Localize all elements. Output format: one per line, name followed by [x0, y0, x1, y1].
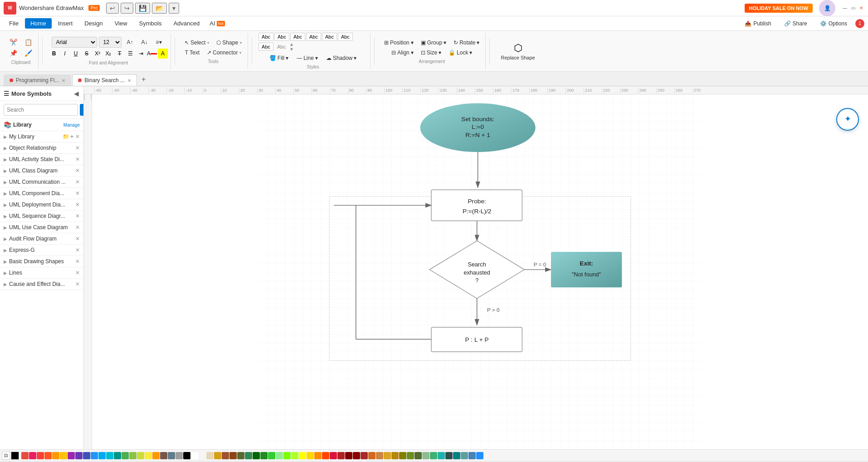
lib-item-close[interactable]: ✕ [75, 190, 80, 197]
underline-button[interactable]: U [71, 49, 81, 59]
menu-view[interactable]: View [109, 18, 133, 29]
paste-button[interactable]: 📌 [6, 48, 20, 58]
style-sample-3[interactable]: Abc [290, 33, 305, 41]
align-dropdown-button[interactable]: ≡▾ [153, 38, 165, 47]
color-swatch[interactable] [91, 452, 98, 459]
color-swatch[interactable] [253, 452, 260, 459]
fill-color-indicator[interactable]: ⊡ [2, 452, 10, 460]
color-swatch[interactable] [106, 452, 113, 459]
lib-item-close[interactable]: ✕ [75, 133, 80, 140]
color-swatch[interactable] [21, 452, 29, 459]
position-button[interactable]: ⊞ Position ▾ [381, 38, 417, 47]
strikethrough-button[interactable]: S [82, 49, 92, 59]
format-painter-button[interactable]: 🖌️ [21, 48, 35, 58]
menu-insert[interactable]: Insert [53, 18, 78, 29]
shadow-button[interactable]: ☁ Shadow ▾ [323, 54, 360, 63]
color-swatch[interactable] [337, 452, 345, 459]
lib-item-close[interactable]: ✕ [75, 258, 80, 265]
color-swatch[interactable] [137, 452, 144, 459]
library-item-audit[interactable]: ▶ Audit Flow Diagram ✕ [0, 233, 83, 245]
library-item-object-rel[interactable]: ▶ Object Relationship ✕ [0, 143, 83, 154]
color-swatch[interactable] [83, 452, 90, 459]
save-button[interactable]: 💾 [135, 3, 150, 14]
text-button[interactable]: T Text [182, 48, 203, 57]
color-swatch[interactable] [160, 452, 167, 459]
color-swatch[interactable] [476, 452, 483, 459]
tab-close-binary[interactable]: ✕ [127, 78, 131, 83]
color-swatch[interactable] [237, 452, 244, 459]
color-swatch[interactable] [206, 452, 214, 459]
color-swatch[interactable] [391, 452, 399, 459]
panel-collapse-button[interactable]: ◀ [73, 89, 80, 98]
manage-link[interactable]: Manage [63, 123, 80, 128]
lib-item-close[interactable]: ✕ [75, 156, 80, 162]
color-swatch[interactable] [361, 452, 368, 459]
library-item-uml-seq[interactable]: ▶ UML Sequence Diagr... ✕ [0, 211, 83, 222]
minimize-button[interactable]: — [842, 5, 848, 11]
menu-file[interactable]: File [4, 18, 24, 29]
cut-button[interactable]: ✂️ [6, 37, 20, 47]
lib-item-close[interactable]: ✕ [75, 179, 80, 185]
color-swatch[interactable] [353, 452, 360, 459]
tab-close-programming[interactable]: ✕ [62, 78, 65, 83]
color-swatch[interactable] [229, 452, 237, 459]
color-swatch[interactable] [345, 452, 352, 459]
color-swatch[interactable] [68, 452, 75, 459]
color-swatch[interactable] [122, 452, 129, 459]
color-swatch[interactable] [37, 452, 44, 459]
color-swatch[interactable] [260, 452, 268, 459]
color-swatch[interactable] [407, 452, 414, 459]
color-swatch[interactable] [438, 452, 445, 459]
canvas-area[interactable]: -60 -50 -40 -30 -20 -10 0 10 20 30 40 50… [84, 86, 868, 449]
color-swatch[interactable] [384, 452, 391, 459]
color-swatch[interactable] [322, 452, 329, 459]
color-swatch[interactable] [60, 452, 67, 459]
color-swatch[interactable] [168, 452, 175, 459]
copy-button[interactable]: 📋 [21, 37, 35, 47]
color-swatch[interactable] [468, 452, 476, 459]
color-swatch[interactable] [29, 452, 36, 459]
color-swatch[interactable] [183, 452, 190, 459]
library-item-uml-usecase[interactable]: ▶ UML Use Case Diagram ✕ [0, 222, 83, 233]
color-swatch[interactable] [44, 452, 52, 459]
menu-advanced[interactable]: Advanced [168, 18, 205, 29]
publish-button[interactable]: 📤Publish [740, 19, 775, 28]
library-item-cause-effect[interactable]: ▶ Cause and Effect Dia... ✕ [0, 279, 83, 290]
color-swatch[interactable] [276, 452, 283, 459]
highlight-button[interactable]: A [158, 49, 168, 59]
select-button[interactable]: ↖ Select ▾ [181, 38, 212, 47]
library-item-lines[interactable]: ▶ Lines ✕ [0, 267, 83, 279]
size-button[interactable]: ⊡ Size ▾ [418, 48, 444, 57]
color-swatch[interactable] [176, 452, 183, 459]
options-button[interactable]: ⚙️Options [815, 19, 852, 28]
menu-design[interactable]: Design [79, 18, 108, 29]
library-item-my-library[interactable]: ▶ My Library 📁 + ✕ [0, 131, 83, 143]
color-swatch[interactable] [98, 452, 106, 459]
color-swatch[interactable] [222, 452, 229, 459]
font-decrease-button[interactable]: A↓ [138, 38, 151, 47]
shape-button[interactable]: ⬡ Shape ▾ [213, 38, 245, 47]
menu-ai[interactable]: AI hot [206, 19, 229, 28]
color-swatch[interactable] [291, 452, 298, 459]
lib-item-close[interactable]: ✕ [75, 281, 80, 287]
library-item-uml-activity[interactable]: ▶ UML Activity State Di... ✕ [0, 154, 83, 165]
align-button[interactable]: ⊟ Align ▾ [388, 48, 417, 57]
redo-button[interactable]: ↪ [121, 3, 133, 14]
close-button[interactable]: ✕ [858, 5, 864, 11]
search-input[interactable] [4, 104, 78, 116]
lib-item-new-icon[interactable]: + [70, 133, 73, 140]
library-item-uml-class[interactable]: ▶ UML Class Diagram ✕ [0, 165, 83, 177]
tab-programming[interactable]: Programming Fl... ✕ [4, 74, 71, 86]
color-swatch[interactable] [422, 452, 429, 459]
lib-item-close[interactable]: ✕ [75, 213, 80, 219]
fill-button[interactable]: 🪣 Fill ▾ [266, 54, 292, 63]
color-swatch[interactable] [307, 452, 314, 459]
search-button[interactable]: Search [80, 104, 84, 116]
list-button[interactable]: ☰ [125, 49, 135, 59]
library-item-basic[interactable]: ▶ Basic Drawing Shapes ✕ [0, 256, 83, 267]
lib-item-close[interactable]: ✕ [75, 270, 80, 276]
indent-button[interactable]: ⇥ [136, 49, 146, 59]
superscript-button[interactable]: X² [93, 49, 102, 59]
color-swatch[interactable] [453, 452, 460, 459]
library-item-uml-comp[interactable]: ▶ UML Component Dia... ✕ [0, 188, 83, 199]
